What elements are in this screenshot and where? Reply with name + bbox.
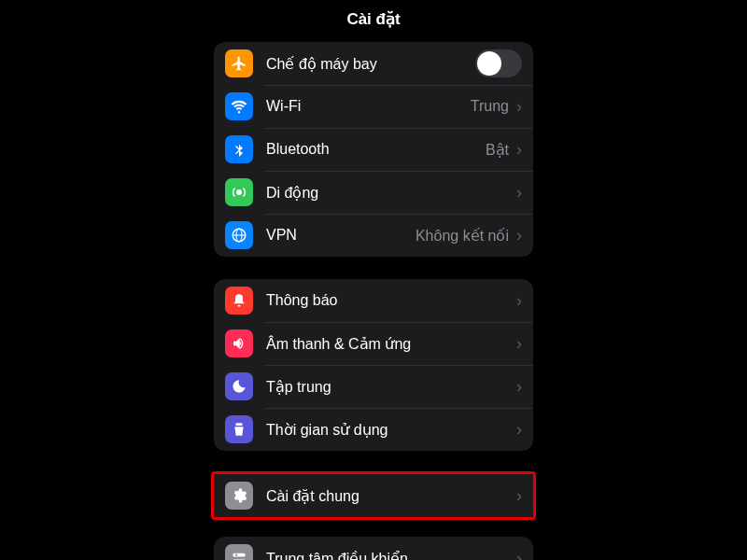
- sounds-icon: [225, 329, 253, 357]
- controlcenter-label: Trung tâm điều khiển: [266, 550, 514, 561]
- chevron-right-icon: ›: [516, 226, 522, 245]
- row-focus[interactable]: Tập trung ›: [214, 365, 533, 408]
- settings-group-general: Cài đặt chung ›: [214, 474, 533, 517]
- settings-screen: Cài đặt Chế độ máy bay Wi-Fi Trung › Blu…: [201, 0, 546, 560]
- row-general[interactable]: Cài đặt chung ›: [214, 474, 533, 517]
- settings-group-controlcenter: Trung tâm điều khiển ›: [214, 537, 533, 560]
- wifi-label: Wi-Fi: [266, 98, 471, 115]
- chevron-right-icon: ›: [516, 291, 522, 311]
- row-screentime[interactable]: Thời gian sử dụng ›: [214, 408, 533, 451]
- notifications-icon: [225, 287, 253, 315]
- wifi-value: Trung: [471, 98, 509, 115]
- row-vpn[interactable]: VPN Không kết nối ›: [214, 214, 533, 257]
- row-cellular[interactable]: Di động ›: [214, 171, 533, 214]
- row-controlcenter[interactable]: Trung tâm điều khiển ›: [214, 537, 533, 560]
- vpn-icon: [225, 221, 253, 249]
- bluetooth-value: Bật: [486, 141, 509, 159]
- chevron-right-icon: ›: [516, 334, 522, 354]
- row-sounds[interactable]: Âm thanh & Cảm ứng ›: [214, 322, 533, 365]
- settings-group-connectivity: Chế độ máy bay Wi-Fi Trung › Bluetooth B…: [214, 42, 533, 257]
- chevron-right-icon: ›: [516, 183, 522, 203]
- cellular-icon: [225, 178, 253, 206]
- settings-group-alerts: Thông báo › Âm thanh & Cảm ứng › Tập tru…: [214, 279, 533, 451]
- bluetooth-icon: [225, 135, 253, 163]
- focus-icon: [225, 372, 253, 400]
- focus-label: Tập trung: [266, 378, 514, 396]
- screentime-icon: [225, 415, 253, 443]
- airplane-label: Chế độ máy bay: [266, 55, 475, 73]
- chevron-right-icon: ›: [516, 420, 522, 440]
- airplane-toggle[interactable]: [475, 49, 522, 77]
- vpn-label: VPN: [266, 227, 416, 244]
- general-label: Cài đặt chung: [266, 487, 514, 505]
- bluetooth-label: Bluetooth: [266, 141, 486, 158]
- chevron-right-icon: ›: [516, 377, 522, 397]
- chevron-right-icon: ›: [516, 549, 522, 561]
- gear-icon: [225, 482, 253, 510]
- chevron-right-icon: ›: [516, 97, 522, 117]
- sounds-label: Âm thanh & Cảm ứng: [266, 335, 514, 353]
- vpn-value: Không kết nối: [416, 227, 509, 245]
- wifi-icon: [225, 92, 253, 120]
- notifications-label: Thông báo: [266, 292, 514, 309]
- row-airplane-mode[interactable]: Chế độ máy bay: [214, 42, 533, 85]
- svg-point-5: [235, 554, 237, 556]
- svg-rect-3: [233, 553, 246, 557]
- row-bluetooth[interactable]: Bluetooth Bật ›: [214, 128, 533, 171]
- row-notifications[interactable]: Thông báo ›: [214, 279, 533, 322]
- airplane-icon: [225, 49, 253, 77]
- highlight-general: Cài đặt chung ›: [211, 471, 536, 520]
- chevron-right-icon: ›: [516, 140, 522, 160]
- row-wifi[interactable]: Wi-Fi Trung ›: [214, 85, 533, 128]
- page-title: Cài đặt: [201, 0, 546, 42]
- cellular-label: Di động: [266, 184, 514, 202]
- controlcenter-icon: [225, 544, 253, 560]
- screentime-label: Thời gian sử dụng: [266, 421, 514, 439]
- chevron-right-icon: ›: [516, 486, 522, 506]
